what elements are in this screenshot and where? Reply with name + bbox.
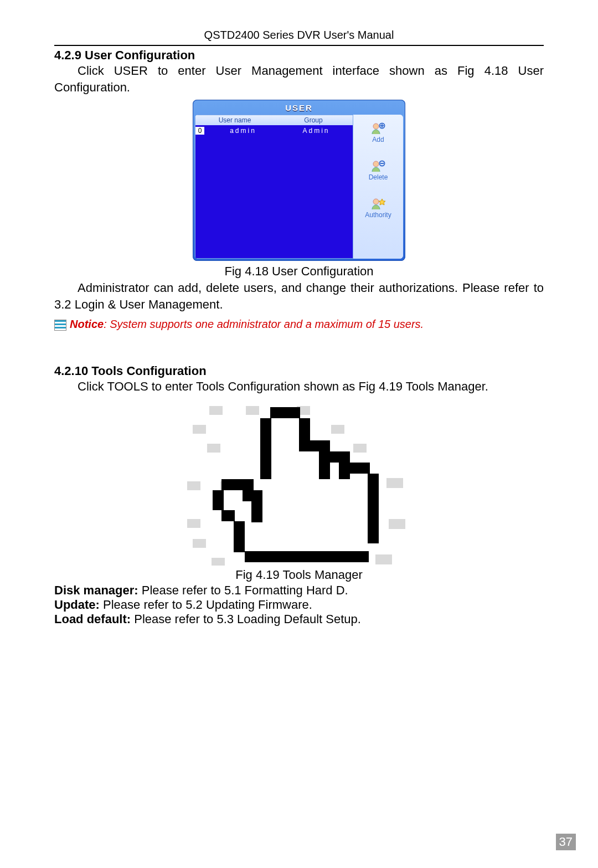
section-4-2-9-after: Administrator can add, delete users, and… — [54, 280, 544, 312]
svg-rect-10 — [246, 406, 259, 415]
svg-rect-32 — [339, 463, 350, 479]
svg-marker-8 — [379, 199, 385, 205]
svg-rect-29 — [350, 463, 370, 474]
tool-load-text: Please refer to 5.3 Loading Default Setu… — [131, 612, 361, 626]
notice-text: : System supports one administrator and … — [104, 318, 424, 330]
add-user-icon — [355, 122, 401, 135]
user-row-group: Admin — [280, 127, 353, 135]
col-group: Group — [274, 116, 353, 124]
svg-rect-35 — [221, 510, 235, 521]
header-rule — [54, 45, 544, 46]
notice: Notice: System supports one administrato… — [54, 318, 544, 331]
user-side-buttons: Add Delete — [353, 115, 403, 259]
svg-rect-13 — [331, 425, 344, 434]
svg-rect-30 — [368, 474, 379, 543]
svg-rect-15 — [353, 444, 367, 453]
svg-rect-38 — [245, 551, 369, 562]
user-list-header: User name Group — [195, 115, 353, 125]
svg-rect-27 — [310, 440, 330, 451]
svg-rect-26 — [299, 418, 310, 451]
svg-rect-20 — [389, 519, 405, 529]
user-dialog: USER User name Group 0 admin Admin — [193, 100, 405, 261]
svg-rect-14 — [207, 444, 220, 453]
svg-rect-23 — [375, 554, 392, 564]
tool-disk-manager: Disk manager: Please refer to 5.1 Format… — [54, 583, 544, 598]
svg-rect-34 — [213, 490, 224, 510]
section-4-2-10-intro: Click TOOLS to enter Tools Configuration… — [54, 378, 544, 395]
delete-button-label: Delete — [369, 173, 388, 181]
section-4-2-10-title: 4.2.10 Tools Configuration — [54, 364, 544, 378]
svg-rect-19 — [187, 519, 200, 528]
svg-rect-31 — [319, 451, 330, 479]
svg-rect-18 — [386, 478, 403, 488]
authority-button-label: Authority — [365, 211, 391, 219]
tool-disk-text: Please refer to 5.1 Formatting Hard D. — [138, 583, 348, 597]
svg-point-4 — [373, 161, 379, 167]
delete-user-icon — [355, 160, 401, 172]
svg-rect-22 — [212, 558, 225, 566]
tool-load-default: Load default: Please refer to 5.3 Loadin… — [54, 612, 544, 626]
fig-4-19-caption: Fig 4.19 Tools Manager — [54, 567, 544, 583]
user-dialog-title: USER — [195, 102, 403, 115]
section-4-2-9-intro: Click USER to enter User Management inte… — [54, 63, 544, 95]
svg-rect-9 — [209, 406, 223, 415]
svg-rect-12 — [193, 425, 206, 434]
add-button-label: Add — [372, 136, 384, 143]
notice-icon — [54, 320, 66, 331]
section-4-2-9-title: 4.2.9 User Configuration — [54, 48, 544, 63]
user-list: User name Group 0 admin Admin — [195, 115, 353, 259]
user-row-index: 0 — [195, 127, 204, 135]
svg-point-7 — [373, 199, 379, 204]
page-number: 37 — [556, 834, 576, 850]
tool-update: Update: Please refer to 5.2 Updating Fir… — [54, 598, 544, 612]
svg-rect-21 — [193, 539, 206, 548]
svg-rect-39 — [251, 490, 262, 522]
manual-title: QSTD2400 Series DVR User's Manual — [54, 29, 544, 42]
svg-rect-33 — [221, 479, 244, 490]
tool-load-label: Load default: — [54, 612, 131, 626]
authority-icon — [355, 198, 401, 210]
add-button[interactable]: Add — [355, 122, 401, 143]
fig-4-18-caption: Fig 4.18 User Configuration — [54, 263, 544, 280]
user-row-name: admin — [207, 127, 280, 135]
notice-label: Notice — [70, 318, 104, 330]
authority-button[interactable]: Authority — [355, 198, 401, 219]
svg-point-0 — [373, 124, 379, 129]
user-row[interactable]: 0 admin Admin — [195, 125, 353, 136]
col-username: User name — [195, 116, 274, 124]
tools-manager-figure — [187, 400, 411, 567]
tool-update-label: Update: — [54, 598, 100, 612]
tool-disk-label: Disk manager: — [54, 583, 138, 597]
svg-rect-37 — [234, 521, 245, 552]
tool-update-text: Please refer to 5.2 Updating Firmware. — [100, 598, 312, 612]
svg-rect-28 — [330, 451, 350, 463]
svg-rect-16 — [187, 481, 200, 490]
svg-rect-25 — [260, 418, 271, 479]
delete-button[interactable]: Delete — [355, 160, 401, 181]
svg-rect-24 — [270, 407, 300, 418]
